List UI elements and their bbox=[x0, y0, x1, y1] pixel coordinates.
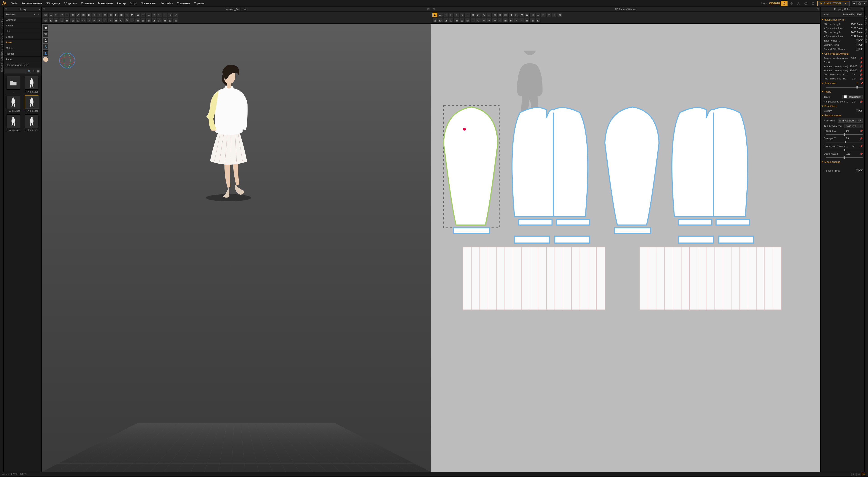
menu-материалы[interactable]: Материалы bbox=[96, 0, 114, 6]
menu-файл[interactable]: Файл bbox=[9, 0, 20, 6]
pin-icon[interactable]: 📌 bbox=[860, 137, 863, 140]
pin-icon[interactable]: 📌 bbox=[860, 130, 863, 132]
library-thumb[interactable]: .. bbox=[5, 76, 22, 93]
section-header[interactable]: Bond/Skive bbox=[820, 104, 864, 109]
sound-icon[interactable] bbox=[788, 1, 795, 6]
tool-button[interactable]: ✂ bbox=[59, 13, 64, 17]
library-search-input[interactable] bbox=[5, 69, 26, 73]
tool-button[interactable]: ◨ bbox=[508, 13, 513, 17]
tool-button[interactable]: ◧ bbox=[114, 13, 119, 17]
menu-показывать[interactable]: Показывать bbox=[139, 0, 158, 6]
tool-button[interactable]: ◨ bbox=[119, 13, 124, 17]
tool-button[interactable]: ▦ bbox=[503, 18, 508, 23]
mode-2d-button[interactable]: 2D bbox=[862, 473, 866, 476]
tool-button[interactable]: ◐ bbox=[476, 13, 481, 17]
tool-button[interactable]: ◧ bbox=[146, 18, 151, 23]
tool-button[interactable]: ⬓ bbox=[168, 18, 173, 23]
tool-button[interactable]: ⤢ bbox=[465, 13, 470, 17]
tool-button[interactable]: ▥ bbox=[432, 18, 437, 23]
library-thumb[interactable]: F_A_po...pos bbox=[23, 76, 40, 93]
menu-настройки[interactable]: Настройки bbox=[158, 0, 175, 6]
tool-button[interactable]: ▥ bbox=[498, 13, 502, 17]
tool-button[interactable]: ⟲ bbox=[103, 18, 107, 23]
sync-icon[interactable] bbox=[781, 1, 787, 6]
pin-icon[interactable]: 📌 bbox=[860, 73, 863, 76]
slider[interactable] bbox=[826, 157, 863, 159]
viewport-3d[interactable] bbox=[41, 24, 431, 472]
viewport-2d[interactable] bbox=[431, 24, 820, 472]
tool-button[interactable]: ▥ bbox=[108, 13, 113, 17]
menu-2д детали[interactable]: 2Д детали bbox=[62, 0, 79, 6]
library-thumb[interactable]: F_A_po...pos bbox=[5, 114, 22, 131]
library-category[interactable]: Fabric bbox=[4, 57, 41, 62]
help-icon[interactable] bbox=[802, 1, 809, 6]
tool-button[interactable]: ⬒ bbox=[519, 13, 524, 17]
tool-button[interactable]: ◌ bbox=[443, 13, 448, 17]
tool-button[interactable]: ⟲ bbox=[557, 13, 562, 17]
grid-mode-icon[interactable]: ▦ bbox=[851, 473, 856, 476]
add-favorite-icon[interactable]: ＋ bbox=[33, 13, 36, 16]
tool-button[interactable]: ▤ bbox=[135, 18, 140, 23]
window-restore-button[interactable]: ▢ bbox=[857, 1, 862, 5]
tool-button[interactable]: ⌂ bbox=[519, 18, 524, 23]
tool-button[interactable]: ◧ bbox=[49, 18, 53, 23]
tool-button[interactable]: ✂ bbox=[157, 13, 162, 17]
prop-name-input[interactable] bbox=[829, 12, 863, 16]
pin-icon[interactable]: 📌 bbox=[860, 152, 863, 155]
tool-button[interactable]: ⟲ bbox=[492, 18, 497, 23]
tool-button[interactable]: ✎ bbox=[481, 13, 486, 17]
menu-script[interactable]: Script bbox=[128, 0, 138, 6]
tool-button[interactable]: ◨ bbox=[443, 18, 448, 23]
tool-button[interactable]: ⬚ bbox=[449, 18, 454, 23]
tool-button[interactable]: ◱ bbox=[43, 13, 48, 17]
slider[interactable] bbox=[826, 141, 863, 143]
menu-установки[interactable]: Установки bbox=[175, 0, 191, 6]
tool-button[interactable]: ⬒ bbox=[130, 13, 135, 17]
section-header[interactable]: Свойства симуляций bbox=[820, 51, 864, 56]
tool-button[interactable]: ✂ bbox=[449, 13, 454, 17]
tool-button[interactable]: ⬚ bbox=[59, 18, 64, 23]
tool-button[interactable]: ⌖ bbox=[65, 13, 70, 17]
pin-icon[interactable]: 📌 bbox=[860, 65, 863, 68]
dropdown[interactable]: Arm_Outside_3_R▼ bbox=[838, 118, 863, 123]
tool-button[interactable]: ◌ bbox=[151, 13, 156, 17]
tool-button[interactable]: ◌ bbox=[541, 13, 546, 17]
tool-button[interactable]: ▦ bbox=[114, 18, 119, 23]
popout-icon[interactable]: ◳ bbox=[5, 8, 7, 11]
tool-button[interactable]: ▭ bbox=[146, 13, 151, 17]
tool-button[interactable]: ✂ bbox=[481, 18, 486, 23]
tool-button[interactable]: ◱ bbox=[530, 13, 535, 17]
section-header[interactable]: Расположение bbox=[820, 113, 864, 118]
mode-3d-button[interactable]: 3D bbox=[857, 473, 861, 476]
tool-button[interactable]: ⤢ bbox=[108, 18, 113, 23]
tool-button[interactable]: ◱ bbox=[173, 18, 178, 23]
tool-button[interactable]: ⬚ bbox=[157, 18, 162, 23]
tool-button[interactable]: ◱ bbox=[75, 18, 81, 23]
library-category[interactable]: Avatar bbox=[4, 23, 41, 28]
tool-button[interactable]: ▤ bbox=[525, 18, 530, 23]
tool-button[interactable]: ✎ bbox=[514, 18, 519, 23]
tool-button[interactable]: ⬓ bbox=[135, 13, 140, 17]
pattern-pieces[interactable] bbox=[431, 24, 820, 385]
tool-button[interactable]: ◧ bbox=[535, 18, 540, 23]
tool-button[interactable]: ▥ bbox=[141, 18, 146, 23]
tool-button[interactable]: ⌂ bbox=[97, 13, 102, 17]
tool-button[interactable]: ⌖ bbox=[552, 13, 557, 17]
tool-button[interactable]: ⬚ bbox=[124, 13, 129, 17]
pin-icon[interactable]: 📌 bbox=[860, 100, 863, 103]
tool-button[interactable]: ◧ bbox=[438, 18, 443, 23]
tool-button[interactable]: ⟲ bbox=[168, 13, 173, 17]
avatar-solid-icon[interactable] bbox=[43, 38, 49, 43]
menu-аватар[interactable]: Аватар bbox=[115, 0, 127, 6]
tool-button[interactable]: ▥ bbox=[43, 18, 48, 23]
tool-button[interactable]: ⌖ bbox=[97, 18, 102, 23]
tool-button[interactable]: ⤢ bbox=[173, 13, 178, 17]
tool-button[interactable]: ◱ bbox=[465, 18, 470, 23]
section-header[interactable]: Miscellaneous bbox=[820, 159, 864, 164]
transform-gizmo[interactable] bbox=[59, 53, 75, 68]
refresh-icon[interactable]: ⟳ bbox=[32, 69, 35, 73]
tool-button[interactable]: ⬒ bbox=[65, 18, 70, 23]
tool-button[interactable]: ⌖ bbox=[487, 18, 492, 23]
tool-button[interactable]: ◨ bbox=[151, 18, 156, 23]
collapse-icon[interactable]: ◂ bbox=[39, 8, 40, 11]
